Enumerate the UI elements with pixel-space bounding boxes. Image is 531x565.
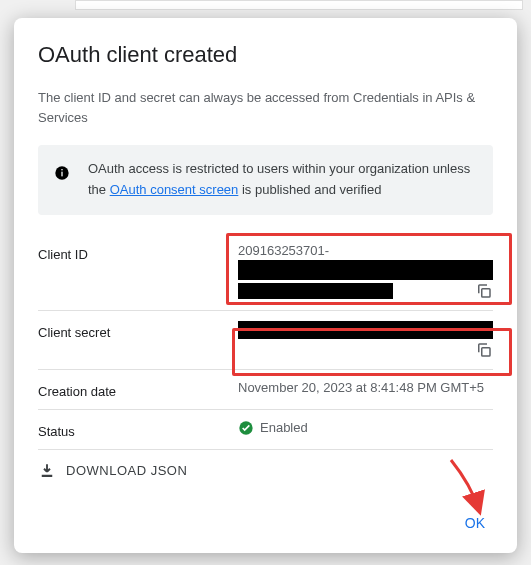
svg-rect-6 (42, 474, 53, 476)
svg-rect-2 (61, 169, 62, 170)
creation-date-row: Creation date November 20, 2023 at 8:41:… (38, 370, 493, 410)
dialog-title: OAuth client created (38, 42, 493, 68)
oauth-client-dialog: OAuth client created The client ID and s… (14, 18, 517, 553)
ok-button[interactable]: OK (457, 509, 493, 537)
client-id-row: Client ID 209163253701- (38, 233, 493, 311)
info-icon (54, 165, 70, 181)
svg-rect-1 (61, 172, 62, 177)
download-json-label: DOWNLOAD JSON (66, 463, 187, 478)
status-text: Enabled (260, 420, 308, 435)
dialog-subtitle: The client ID and secret can always be a… (38, 88, 493, 127)
background-bar (75, 0, 523, 10)
banner-text-after: is published and verified (238, 182, 381, 197)
svg-rect-4 (482, 347, 490, 355)
creation-date-label: Creation date (38, 380, 238, 399)
copy-client-id-button[interactable] (475, 282, 493, 300)
creation-date-value: November 20, 2023 at 8:41:48 PM GMT+5 (238, 380, 493, 395)
client-id-value: 209163253701- (238, 243, 493, 300)
client-id-prefix: 209163253701- (238, 243, 493, 258)
status-label: Status (38, 420, 238, 439)
info-banner-text: OAuth access is restricted to users with… (88, 159, 477, 201)
client-secret-row: Client secret (38, 311, 493, 370)
download-icon (38, 462, 56, 480)
client-id-label: Client ID (38, 243, 238, 262)
redacted-block (238, 283, 393, 299)
dialog-actions: OK (38, 489, 493, 537)
info-banner: OAuth access is restricted to users with… (38, 145, 493, 215)
redacted-block (238, 260, 493, 280)
svg-rect-3 (482, 288, 490, 296)
status-row: Status Enabled (38, 410, 493, 450)
download-json-button[interactable]: DOWNLOAD JSON (38, 450, 493, 488)
client-secret-value (238, 321, 493, 359)
copy-client-secret-button[interactable] (475, 341, 493, 359)
consent-screen-link[interactable]: OAuth consent screen (110, 182, 239, 197)
redacted-block (238, 321, 493, 339)
check-circle-icon (238, 420, 254, 436)
status-value: Enabled (238, 420, 493, 436)
client-secret-label: Client secret (38, 321, 238, 340)
